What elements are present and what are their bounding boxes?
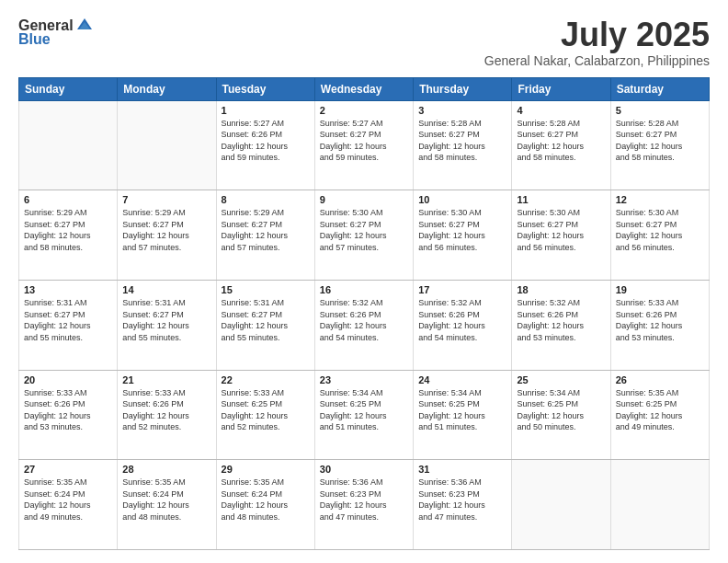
cell-info: Sunrise: 5:36 AM Sunset: 6:23 PM Dayligh… [320,477,408,523]
header: General Blue July 2025 General Nakar, Ca… [18,17,710,68]
calendar-cell: 6Sunrise: 5:29 AM Sunset: 6:27 PM Daylig… [19,190,118,281]
day-number: 28 [122,464,210,475]
day-number: 25 [517,374,605,385]
calendar-cell: 26Sunrise: 5:35 AM Sunset: 6:25 PM Dayli… [610,370,709,460]
calendar-cell: 11Sunrise: 5:30 AM Sunset: 6:27 PM Dayli… [512,190,610,281]
calendar-cell: 20Sunrise: 5:33 AM Sunset: 6:26 PM Dayli… [19,370,118,460]
calendar-header-row: SundayMondayTuesdayWednesdayThursdayFrid… [19,77,710,100]
week-row-4: 20Sunrise: 5:33 AM Sunset: 6:26 PM Dayli… [19,370,710,460]
cell-info: Sunrise: 5:28 AM Sunset: 6:27 PM Dayligh… [418,118,506,164]
cell-info: Sunrise: 5:33 AM Sunset: 6:26 PM Dayligh… [616,297,704,343]
day-number: 29 [222,464,310,475]
day-number: 10 [418,194,506,205]
cell-info: Sunrise: 5:27 AM Sunset: 6:27 PM Dayligh… [320,118,408,164]
day-number: 3 [418,105,506,116]
day-number: 15 [222,284,310,295]
day-number: 1 [222,105,310,116]
cell-info: Sunrise: 5:32 AM Sunset: 6:26 PM Dayligh… [418,297,506,343]
day-number: 5 [616,105,704,116]
cell-info: Sunrise: 5:29 AM Sunset: 6:27 PM Dayligh… [24,207,112,253]
cell-info: Sunrise: 5:35 AM Sunset: 6:24 PM Dayligh… [24,477,112,523]
calendar-cell: 22Sunrise: 5:33 AM Sunset: 6:25 PM Dayli… [216,370,314,460]
page: General Blue July 2025 General Nakar, Ca… [0,0,728,563]
cell-info: Sunrise: 5:33 AM Sunset: 6:26 PM Dayligh… [122,387,210,433]
week-row-5: 27Sunrise: 5:35 AM Sunset: 6:24 PM Dayli… [19,460,710,550]
week-row-2: 6Sunrise: 5:29 AM Sunset: 6:27 PM Daylig… [19,190,710,281]
calendar-cell: 14Sunrise: 5:31 AM Sunset: 6:27 PM Dayli… [118,280,216,370]
day-number: 19 [616,284,704,295]
location-title: General Nakar, Calabarzon, Philippines [484,53,710,68]
cell-info: Sunrise: 5:31 AM Sunset: 6:27 PM Dayligh… [24,297,112,343]
day-number: 26 [616,374,704,385]
calendar-cell: 9Sunrise: 5:30 AM Sunset: 6:27 PM Daylig… [314,190,413,281]
cell-info: Sunrise: 5:29 AM Sunset: 6:27 PM Dayligh… [222,207,310,253]
logo: General Blue [18,17,94,48]
day-number: 12 [616,194,704,205]
cell-info: Sunrise: 5:30 AM Sunset: 6:27 PM Dayligh… [418,207,506,253]
calendar-header-tuesday: Tuesday [216,77,314,100]
calendar-header-thursday: Thursday [414,77,512,100]
day-number: 7 [122,194,210,205]
day-number: 14 [122,284,210,295]
cell-info: Sunrise: 5:35 AM Sunset: 6:25 PM Dayligh… [616,387,704,433]
cell-info: Sunrise: 5:31 AM Sunset: 6:27 PM Dayligh… [222,297,310,343]
day-number: 11 [517,194,605,205]
calendar-cell: 15Sunrise: 5:31 AM Sunset: 6:27 PM Dayli… [216,280,314,370]
calendar-cell: 2Sunrise: 5:27 AM Sunset: 6:27 PM Daylig… [314,100,413,190]
calendar-cell: 16Sunrise: 5:32 AM Sunset: 6:26 PM Dayli… [314,280,413,370]
day-number: 20 [24,374,112,385]
day-number: 27 [24,464,112,475]
month-title: July 2025 [484,17,710,53]
day-number: 23 [320,374,408,385]
calendar-cell: 19Sunrise: 5:33 AM Sunset: 6:26 PM Dayli… [610,280,709,370]
calendar-cell: 10Sunrise: 5:30 AM Sunset: 6:27 PM Dayli… [414,190,512,281]
cell-info: Sunrise: 5:30 AM Sunset: 6:27 PM Dayligh… [517,207,605,253]
calendar-cell: 25Sunrise: 5:34 AM Sunset: 6:25 PM Dayli… [512,370,610,460]
logo-icon [75,17,94,35]
cell-info: Sunrise: 5:31 AM Sunset: 6:27 PM Dayligh… [122,297,210,343]
calendar-cell: 1Sunrise: 5:27 AM Sunset: 6:26 PM Daylig… [216,100,314,190]
cell-info: Sunrise: 5:35 AM Sunset: 6:24 PM Dayligh… [122,477,210,523]
calendar-cell: 30Sunrise: 5:36 AM Sunset: 6:23 PM Dayli… [314,460,413,550]
day-number: 6 [24,194,112,205]
cell-info: Sunrise: 5:30 AM Sunset: 6:27 PM Dayligh… [320,207,408,253]
week-row-1: 1Sunrise: 5:27 AM Sunset: 6:26 PM Daylig… [19,100,710,190]
calendar-header-friday: Friday [512,77,610,100]
calendar-cell: 18Sunrise: 5:32 AM Sunset: 6:26 PM Dayli… [512,280,610,370]
calendar-cell: 12Sunrise: 5:30 AM Sunset: 6:27 PM Dayli… [610,190,709,281]
calendar-cell [512,460,610,550]
calendar-cell [118,100,216,190]
logo-blue: Blue [18,31,51,48]
calendar-header-monday: Monday [118,77,216,100]
cell-info: Sunrise: 5:28 AM Sunset: 6:27 PM Dayligh… [616,118,704,164]
calendar-cell: 7Sunrise: 5:29 AM Sunset: 6:27 PM Daylig… [118,190,216,281]
day-number: 31 [418,464,506,475]
calendar-cell: 27Sunrise: 5:35 AM Sunset: 6:24 PM Dayli… [19,460,118,550]
cell-info: Sunrise: 5:28 AM Sunset: 6:27 PM Dayligh… [517,118,605,164]
calendar-cell: 3Sunrise: 5:28 AM Sunset: 6:27 PM Daylig… [414,100,512,190]
calendar-cell: 24Sunrise: 5:34 AM Sunset: 6:25 PM Dayli… [414,370,512,460]
day-number: 18 [517,284,605,295]
day-number: 21 [122,374,210,385]
day-number: 22 [222,374,310,385]
week-row-3: 13Sunrise: 5:31 AM Sunset: 6:27 PM Dayli… [19,280,710,370]
calendar-header-saturday: Saturday [610,77,709,100]
cell-info: Sunrise: 5:36 AM Sunset: 6:23 PM Dayligh… [418,477,506,523]
cell-info: Sunrise: 5:27 AM Sunset: 6:26 PM Dayligh… [222,118,310,164]
cell-info: Sunrise: 5:33 AM Sunset: 6:26 PM Dayligh… [24,387,112,433]
day-number: 13 [24,284,112,295]
day-number: 24 [418,374,506,385]
day-number: 9 [320,194,408,205]
calendar-cell: 28Sunrise: 5:35 AM Sunset: 6:24 PM Dayli… [118,460,216,550]
cell-info: Sunrise: 5:30 AM Sunset: 6:27 PM Dayligh… [616,207,704,253]
title-block: July 2025 General Nakar, Calabarzon, Phi… [484,17,710,68]
cell-info: Sunrise: 5:35 AM Sunset: 6:24 PM Dayligh… [222,477,310,523]
calendar-cell: 13Sunrise: 5:31 AM Sunset: 6:27 PM Dayli… [19,280,118,370]
calendar-cell: 29Sunrise: 5:35 AM Sunset: 6:24 PM Dayli… [216,460,314,550]
cell-info: Sunrise: 5:34 AM Sunset: 6:25 PM Dayligh… [320,387,408,433]
day-number: 2 [320,105,408,116]
cell-info: Sunrise: 5:34 AM Sunset: 6:25 PM Dayligh… [418,387,506,433]
cell-info: Sunrise: 5:32 AM Sunset: 6:26 PM Dayligh… [320,297,408,343]
day-number: 30 [320,464,408,475]
calendar-cell: 31Sunrise: 5:36 AM Sunset: 6:23 PM Dayli… [414,460,512,550]
